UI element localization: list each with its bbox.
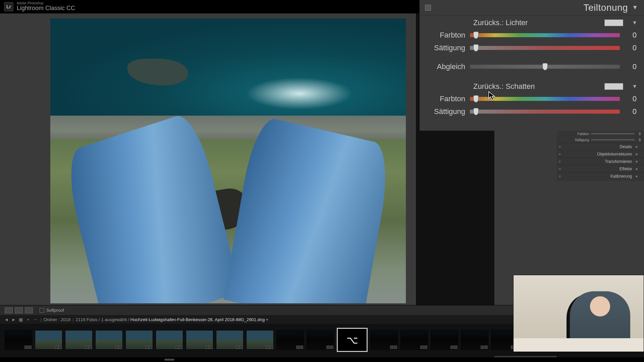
mini-hue-slider[interactable] xyxy=(591,133,635,134)
panel-group-objektivkorrekturen[interactable]: Objektivkorrekturen◄ xyxy=(557,150,644,158)
softproof-checkbox[interactable] xyxy=(40,308,44,313)
right-panel-collapsed: Farbton 0 Sättigung 0 Details◄Objektivko… xyxy=(557,131,644,181)
chevron-down-icon[interactable]: ▼ xyxy=(632,83,637,89)
filmstrip-thumbnail[interactable] xyxy=(186,330,213,350)
photo-count: 2119 Fotos / 1 ausgewählt / xyxy=(76,317,129,322)
panel-group-label: Details xyxy=(620,144,632,149)
highlights-header: Zurücks.: Lichter ▼ xyxy=(420,15,644,29)
highlights-hue-label: Farbton xyxy=(420,31,470,40)
folder-label: Ordner : xyxy=(44,317,60,322)
nav-minus-icon[interactable]: − xyxy=(33,317,38,322)
chevron-left-icon[interactable]: ◄ xyxy=(635,167,638,171)
filmstrip-thumbnail[interactable] xyxy=(156,330,183,350)
mini-hue-label: Farbton xyxy=(574,132,591,136)
panel-group-label: Transformieren xyxy=(605,159,632,164)
panel-switch[interactable] xyxy=(425,5,431,11)
highlights-swatch[interactable] xyxy=(604,19,623,26)
filmstrip-scrollbar[interactable] xyxy=(0,357,644,362)
webcam-overlay xyxy=(513,275,644,352)
filmstrip-thumbnail[interactable] xyxy=(125,330,153,350)
mini-sat-value[interactable]: 0 xyxy=(635,138,641,142)
panel-group-effekte[interactable]: Effekte◄ xyxy=(557,165,644,172)
shadows-hue-value[interactable]: 0 xyxy=(620,95,637,103)
chevron-down-icon[interactable]: ▼ xyxy=(632,4,638,11)
view-compare-button[interactable] xyxy=(15,307,23,313)
highlights-hue-slider[interactable] xyxy=(470,33,620,37)
highlights-hue-value[interactable]: 0 xyxy=(620,31,637,40)
filmstrip-thumbnail[interactable] xyxy=(216,330,244,350)
nav-plus-icon[interactable]: + xyxy=(26,317,31,322)
chevron-left-icon[interactable]: ◄ xyxy=(635,145,638,148)
view-loupe-button[interactable] xyxy=(5,307,13,313)
chevron-left-icon[interactable]: ◄ xyxy=(635,152,638,156)
shadows-sat-slider[interactable] xyxy=(470,110,620,114)
chevron-left-icon[interactable]: ◄ xyxy=(635,160,638,163)
filmstrip-thumbnail[interactable] xyxy=(431,330,458,350)
chevron-left-icon[interactable]: ◄ xyxy=(635,174,638,178)
panel-group-transformieren[interactable]: Transformieren◄ xyxy=(557,158,644,165)
filmstrip-thumbnail[interactable] xyxy=(246,330,274,350)
shadows-title[interactable]: Zurücks.: Schatten xyxy=(473,82,535,91)
panel-title[interactable]: Teiltonung xyxy=(584,2,628,13)
main-photo[interactable] xyxy=(50,18,406,303)
mini-sat-label: Sättigung xyxy=(574,138,591,142)
panel-group-label: Kalibrierung xyxy=(610,174,632,179)
filmstrip-thumbnail[interactable]: ⌥ xyxy=(337,328,368,352)
filmstrip-thumbnail[interactable] xyxy=(307,330,334,350)
mini-sat-slider[interactable] xyxy=(591,139,635,140)
filmstrip-thumbnail[interactable] xyxy=(276,330,304,350)
folder-year[interactable]: 2018 xyxy=(61,317,70,322)
grid-icon[interactable]: ▦ xyxy=(18,317,23,322)
shadows-sat-value[interactable]: 0 xyxy=(620,107,637,116)
highlights-sat-value[interactable]: 0 xyxy=(620,44,637,52)
filmstrip-thumbnail[interactable] xyxy=(461,330,488,350)
filename-dropdown-icon[interactable]: ▾ xyxy=(266,317,268,322)
nav-fwd-icon[interactable]: ► xyxy=(11,317,16,322)
shadows-hue-slider[interactable] xyxy=(470,97,620,101)
view-survey-button[interactable] xyxy=(25,307,33,313)
filmstrip-thumbnail[interactable] xyxy=(370,330,398,350)
filmstrip-thumbnail[interactable] xyxy=(95,330,123,350)
mini-hue-value[interactable]: 0 xyxy=(635,132,641,136)
highlights-sat-label: Sättigung xyxy=(420,44,470,52)
shadows-swatch[interactable] xyxy=(604,83,623,90)
panel-group-kalibrierung[interactable]: Kalibrierung◄ xyxy=(557,172,644,180)
softproof-label: Softproof xyxy=(46,308,64,313)
filename[interactable]: Hochzeit-Ludwigshafen-Full-Benkesser-26.… xyxy=(130,317,265,322)
filmstrip-thumbnail[interactable] xyxy=(35,330,62,350)
app-title: Lightroom Classic CC xyxy=(17,5,75,12)
filmstrip-thumbnail[interactable] xyxy=(400,330,428,350)
scrollbar-thumb[interactable] xyxy=(164,359,174,361)
panel-group-label: Objektivkorrekturen xyxy=(597,152,632,157)
app-logo: Lr xyxy=(4,2,13,11)
highlights-sat-slider[interactable] xyxy=(470,46,620,50)
panel-group-label: Effekte xyxy=(620,167,632,171)
photo-viewport[interactable] xyxy=(0,13,416,305)
balance-value[interactable]: 0 xyxy=(620,62,637,71)
shadows-sat-label: Sättigung xyxy=(420,107,470,116)
filmstrip-thumbnail[interactable] xyxy=(5,330,32,350)
chevron-down-icon[interactable]: ▼ xyxy=(632,20,637,26)
shadows-header: Zurücks.: Schatten ▼ xyxy=(420,79,644,93)
filmstrip-thumbnail[interactable] xyxy=(65,330,93,350)
nav-back-icon[interactable]: ◄ xyxy=(4,317,9,322)
shadows-hue-label: Farbton xyxy=(420,95,470,103)
balance-label: Abgleich xyxy=(420,62,470,71)
balance-slider[interactable] xyxy=(470,65,620,69)
highlights-title[interactable]: Zurücks.: Lichter xyxy=(473,18,528,27)
panel-group-details[interactable]: Details◄ xyxy=(557,143,644,150)
split-toning-panel: Teiltonung ▼ Zurücks.: Lichter ▼ Farbton… xyxy=(419,0,644,131)
